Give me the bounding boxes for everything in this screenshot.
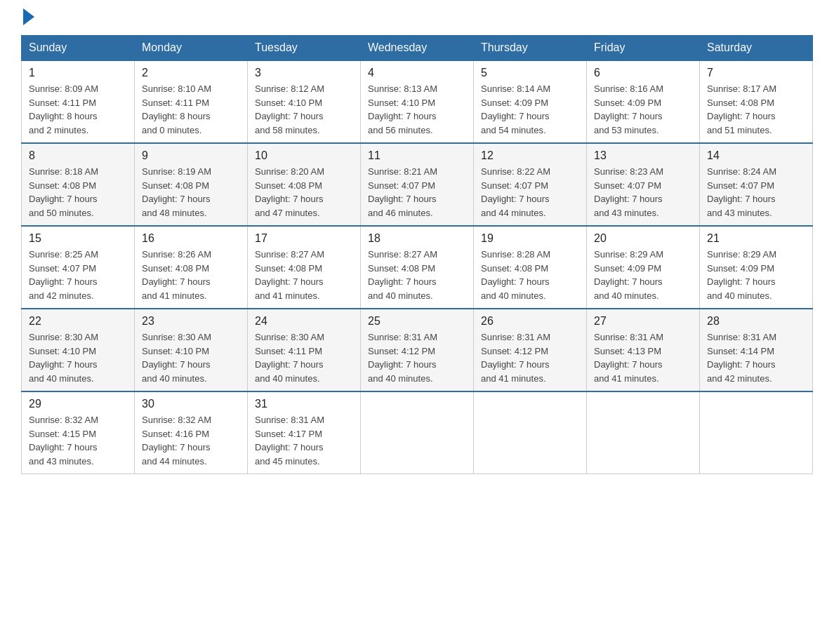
weekday-header-monday: Monday (135, 36, 248, 61)
calendar-day-cell: 4Sunrise: 8:13 AMSunset: 4:10 PMDaylight… (361, 60, 474, 143)
calendar-day-cell: 21Sunrise: 8:29 AMSunset: 4:09 PMDayligh… (700, 226, 813, 309)
calendar-week-row: 15Sunrise: 8:25 AMSunset: 4:07 PMDayligh… (22, 226, 813, 309)
day-number: 14 (707, 149, 805, 162)
calendar-day-cell: 7Sunrise: 8:17 AMSunset: 4:08 PMDaylight… (700, 60, 813, 143)
day-info: Sunrise: 8:30 AMSunset: 4:10 PMDaylight:… (142, 330, 240, 385)
day-info: Sunrise: 8:31 AMSunset: 4:13 PMDaylight:… (594, 330, 692, 385)
day-info: Sunrise: 8:29 AMSunset: 4:09 PMDaylight:… (594, 248, 692, 302)
day-info: Sunrise: 8:22 AMSunset: 4:07 PMDaylight:… (481, 165, 579, 220)
weekday-header-wednesday: Wednesday (361, 36, 474, 61)
weekday-header-thursday: Thursday (474, 36, 587, 61)
day-info: Sunrise: 8:12 AMSunset: 4:10 PMDaylight:… (255, 82, 353, 137)
calendar-week-row: 29Sunrise: 8:32 AMSunset: 4:15 PMDayligh… (22, 391, 813, 474)
day-number: 27 (594, 315, 692, 328)
day-info: Sunrise: 8:31 AMSunset: 4:14 PMDaylight:… (707, 330, 805, 385)
calendar-day-cell: 31Sunrise: 8:31 AMSunset: 4:17 PMDayligh… (248, 391, 361, 474)
day-number: 29 (29, 398, 127, 410)
day-info: Sunrise: 8:31 AMSunset: 4:17 PMDaylight:… (255, 413, 353, 468)
day-number: 1 (29, 67, 127, 79)
day-number: 26 (481, 315, 579, 328)
day-info: Sunrise: 8:24 AMSunset: 4:07 PMDaylight:… (707, 165, 805, 220)
day-number: 5 (481, 67, 579, 79)
day-number: 19 (481, 232, 579, 245)
empty-day-cell (361, 391, 474, 474)
calendar-day-cell: 18Sunrise: 8:27 AMSunset: 4:08 PMDayligh… (361, 226, 474, 309)
day-info: Sunrise: 8:25 AMSunset: 4:07 PMDaylight:… (29, 248, 127, 302)
day-info: Sunrise: 8:18 AMSunset: 4:08 PMDaylight:… (29, 165, 127, 220)
logo-arrow-icon (23, 8, 34, 25)
day-number: 9 (142, 149, 240, 162)
calendar-day-cell: 10Sunrise: 8:20 AMSunset: 4:08 PMDayligh… (248, 143, 361, 226)
day-number: 13 (594, 149, 692, 162)
day-info: Sunrise: 8:30 AMSunset: 4:10 PMDaylight:… (29, 330, 127, 385)
calendar-day-cell: 27Sunrise: 8:31 AMSunset: 4:13 PMDayligh… (587, 309, 700, 391)
day-number: 30 (142, 398, 240, 410)
calendar-day-cell: 2Sunrise: 8:10 AMSunset: 4:11 PMDaylight… (135, 60, 248, 143)
calendar-day-cell: 29Sunrise: 8:32 AMSunset: 4:15 PMDayligh… (22, 391, 135, 474)
calendar-day-cell: 30Sunrise: 8:32 AMSunset: 4:16 PMDayligh… (135, 391, 248, 474)
day-info: Sunrise: 8:29 AMSunset: 4:09 PMDaylight:… (707, 248, 805, 302)
day-number: 25 (368, 315, 466, 328)
day-number: 31 (255, 398, 353, 410)
day-info: Sunrise: 8:26 AMSunset: 4:08 PMDaylight:… (142, 248, 240, 302)
calendar-day-cell: 17Sunrise: 8:27 AMSunset: 4:08 PMDayligh… (248, 226, 361, 309)
calendar-day-cell: 25Sunrise: 8:31 AMSunset: 4:12 PMDayligh… (361, 309, 474, 391)
day-info: Sunrise: 8:14 AMSunset: 4:09 PMDaylight:… (481, 82, 579, 137)
day-number: 6 (594, 67, 692, 79)
day-number: 3 (255, 67, 353, 79)
calendar-day-cell: 24Sunrise: 8:30 AMSunset: 4:11 PMDayligh… (248, 309, 361, 391)
day-info: Sunrise: 8:13 AMSunset: 4:10 PMDaylight:… (368, 82, 466, 137)
empty-day-cell (700, 391, 813, 474)
calendar-day-cell: 14Sunrise: 8:24 AMSunset: 4:07 PMDayligh… (700, 143, 813, 226)
day-number: 28 (707, 315, 805, 328)
calendar-day-cell: 28Sunrise: 8:31 AMSunset: 4:14 PMDayligh… (700, 309, 813, 391)
weekday-header-tuesday: Tuesday (248, 36, 361, 61)
day-number: 4 (368, 67, 466, 79)
day-number: 7 (707, 67, 805, 79)
day-info: Sunrise: 8:21 AMSunset: 4:07 PMDaylight:… (368, 165, 466, 220)
calendar-day-cell: 26Sunrise: 8:31 AMSunset: 4:12 PMDayligh… (474, 309, 587, 391)
day-info: Sunrise: 8:20 AMSunset: 4:08 PMDaylight:… (255, 165, 353, 220)
day-info: Sunrise: 8:17 AMSunset: 4:08 PMDaylight:… (707, 82, 805, 137)
weekday-header-sunday: Sunday (22, 36, 135, 61)
calendar-week-row: 22Sunrise: 8:30 AMSunset: 4:10 PMDayligh… (22, 309, 813, 391)
day-info: Sunrise: 8:09 AMSunset: 4:11 PMDaylight:… (29, 82, 127, 137)
day-number: 21 (707, 232, 805, 245)
calendar-day-cell: 16Sunrise: 8:26 AMSunset: 4:08 PMDayligh… (135, 226, 248, 309)
calendar-day-cell: 20Sunrise: 8:29 AMSunset: 4:09 PMDayligh… (587, 226, 700, 309)
day-number: 23 (142, 315, 240, 328)
day-number: 8 (29, 149, 127, 162)
day-info: Sunrise: 8:27 AMSunset: 4:08 PMDaylight:… (368, 248, 466, 302)
day-number: 16 (142, 232, 240, 245)
day-number: 15 (29, 232, 127, 245)
calendar-day-cell: 23Sunrise: 8:30 AMSunset: 4:10 PMDayligh… (135, 309, 248, 391)
day-info: Sunrise: 8:10 AMSunset: 4:11 PMDaylight:… (142, 82, 240, 137)
day-info: Sunrise: 8:27 AMSunset: 4:08 PMDaylight:… (255, 248, 353, 302)
day-info: Sunrise: 8:19 AMSunset: 4:08 PMDaylight:… (142, 165, 240, 220)
day-info: Sunrise: 8:32 AMSunset: 4:15 PMDaylight:… (29, 413, 127, 468)
calendar-week-row: 1Sunrise: 8:09 AMSunset: 4:11 PMDaylight… (22, 60, 813, 143)
day-number: 18 (368, 232, 466, 245)
day-info: Sunrise: 8:32 AMSunset: 4:16 PMDaylight:… (142, 413, 240, 468)
calendar-day-cell: 15Sunrise: 8:25 AMSunset: 4:07 PMDayligh… (22, 226, 135, 309)
page-header (21, 14, 813, 21)
day-info: Sunrise: 8:30 AMSunset: 4:11 PMDaylight:… (255, 330, 353, 385)
weekday-header-row: SundayMondayTuesdayWednesdayThursdayFrid… (22, 36, 813, 61)
calendar-week-row: 8Sunrise: 8:18 AMSunset: 4:08 PMDaylight… (22, 143, 813, 226)
calendar-day-cell: 3Sunrise: 8:12 AMSunset: 4:10 PMDaylight… (248, 60, 361, 143)
day-info: Sunrise: 8:31 AMSunset: 4:12 PMDaylight:… (368, 330, 466, 385)
day-info: Sunrise: 8:23 AMSunset: 4:07 PMDaylight:… (594, 165, 692, 220)
calendar-day-cell: 22Sunrise: 8:30 AMSunset: 4:10 PMDayligh… (22, 309, 135, 391)
day-number: 12 (481, 149, 579, 162)
weekday-header-saturday: Saturday (700, 36, 813, 61)
day-number: 17 (255, 232, 353, 245)
calendar-day-cell: 5Sunrise: 8:14 AMSunset: 4:09 PMDaylight… (474, 60, 587, 143)
calendar-day-cell: 19Sunrise: 8:28 AMSunset: 4:08 PMDayligh… (474, 226, 587, 309)
day-number: 10 (255, 149, 353, 162)
calendar-day-cell: 12Sunrise: 8:22 AMSunset: 4:07 PMDayligh… (474, 143, 587, 226)
day-number: 22 (29, 315, 127, 328)
empty-day-cell (587, 391, 700, 474)
calendar-day-cell: 9Sunrise: 8:19 AMSunset: 4:08 PMDaylight… (135, 143, 248, 226)
day-info: Sunrise: 8:16 AMSunset: 4:09 PMDaylight:… (594, 82, 692, 137)
day-number: 11 (368, 149, 466, 162)
